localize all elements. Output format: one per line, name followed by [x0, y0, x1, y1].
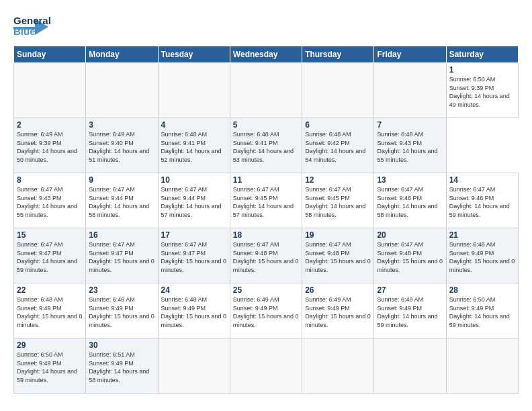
calendar-day-cell: 1Sunrise: 6:50 AMSunset: 9:39 PMDaylight… [446, 63, 518, 118]
calendar-week-row: 29Sunrise: 6:50 AMSunset: 9:49 PMDayligh… [14, 338, 519, 394]
calendar-body: 1Sunrise: 6:50 AMSunset: 9:39 PMDaylight… [14, 63, 519, 394]
day-info: Sunrise: 6:48 AMSunset: 9:49 PMDaylight:… [89, 295, 154, 329]
calendar-day-cell: 26Sunrise: 6:49 AMSunset: 9:49 PMDayligh… [302, 283, 374, 338]
day-info: Sunrise: 6:47 AMSunset: 9:48 PMDaylight:… [233, 240, 299, 274]
day-number: 15 [17, 230, 83, 240]
calendar-day-cell: 21Sunrise: 6:48 AMSunset: 9:49 PMDayligh… [446, 228, 518, 283]
day-info: Sunrise: 6:49 AMSunset: 9:49 PMDaylight:… [305, 295, 371, 329]
calendar-day-cell: 16Sunrise: 6:47 AMSunset: 9:47 PMDayligh… [86, 228, 158, 283]
day-info: Sunrise: 6:47 AMSunset: 9:48 PMDaylight:… [377, 240, 443, 274]
calendar-day-cell: 11Sunrise: 6:47 AMSunset: 9:45 PMDayligh… [230, 173, 302, 228]
day-number: 25 [233, 285, 299, 295]
calendar-day-cell: 12Sunrise: 6:47 AMSunset: 9:45 PMDayligh… [302, 173, 374, 228]
day-info: Sunrise: 6:48 AMSunset: 9:49 PMDaylight:… [161, 295, 227, 329]
days-of-week-row: SundayMondayTuesdayWednesdayThursdayFrid… [14, 46, 519, 63]
logo-general: General [13, 15, 51, 26]
day-number: 22 [17, 285, 83, 295]
day-info: Sunrise: 6:49 AMSunset: 9:49 PMDaylight:… [233, 295, 299, 329]
day-info: Sunrise: 6:47 AMSunset: 9:47 PMDaylight:… [89, 240, 154, 274]
day-info: Sunrise: 6:50 AMSunset: 9:39 PMDaylight:… [449, 75, 515, 109]
calendar-day-cell: 6Sunrise: 6:48 AMSunset: 9:42 PMDaylight… [302, 118, 374, 173]
calendar-day-cell: 10Sunrise: 6:47 AMSunset: 9:44 PMDayligh… [158, 173, 230, 228]
day-info: Sunrise: 6:48 AMSunset: 9:41 PMDaylight:… [233, 130, 299, 164]
day-number: 8 [17, 175, 83, 185]
day-of-week-header: Wednesday [230, 46, 302, 63]
calendar-day-cell: 5Sunrise: 6:48 AMSunset: 9:41 PMDaylight… [230, 118, 302, 173]
day-info: Sunrise: 6:47 AMSunset: 9:43 PMDaylight:… [17, 185, 83, 219]
calendar-week-row: 8Sunrise: 6:47 AMSunset: 9:43 PMDaylight… [14, 173, 519, 228]
calendar-day-cell: 3Sunrise: 6:49 AMSunset: 9:40 PMDaylight… [86, 118, 158, 173]
day-info: Sunrise: 6:47 AMSunset: 9:45 PMDaylight:… [305, 185, 371, 219]
day-info: Sunrise: 6:48 AMSunset: 9:43 PMDaylight:… [377, 130, 443, 164]
calendar-day-cell: 17Sunrise: 6:47 AMSunset: 9:47 PMDayligh… [158, 228, 230, 283]
day-number: 21 [449, 230, 515, 240]
calendar-day-cell: 14Sunrise: 6:47 AMSunset: 9:46 PMDayligh… [446, 173, 518, 228]
calendar-day-cell: 8Sunrise: 6:47 AMSunset: 9:43 PMDaylight… [14, 173, 86, 228]
calendar-day-cell: 13Sunrise: 6:47 AMSunset: 9:46 PMDayligh… [374, 173, 446, 228]
empty-cell [14, 63, 86, 118]
day-number: 3 [89, 120, 154, 130]
calendar-day-cell [230, 338, 302, 394]
calendar-day-cell: 7Sunrise: 6:48 AMSunset: 9:43 PMDaylight… [374, 118, 446, 173]
day-info: Sunrise: 6:49 AMSunset: 9:40 PMDaylight:… [89, 130, 154, 164]
day-number: 9 [89, 175, 154, 185]
calendar-day-cell: 15Sunrise: 6:47 AMSunset: 9:47 PMDayligh… [14, 228, 86, 283]
logo-blue: Blue [13, 26, 36, 37]
day-number: 10 [161, 175, 227, 185]
day-number: 6 [305, 120, 371, 130]
day-of-week-header: Thursday [302, 46, 374, 63]
day-info: Sunrise: 6:47 AMSunset: 9:44 PMDaylight:… [161, 185, 227, 219]
empty-cell [302, 63, 374, 118]
calendar-day-cell: 29Sunrise: 6:50 AMSunset: 9:49 PMDayligh… [14, 338, 86, 394]
calendar-day-cell: 28Sunrise: 6:50 AMSunset: 9:49 PMDayligh… [446, 283, 518, 338]
calendar-day-cell: 27Sunrise: 6:49 AMSunset: 9:49 PMDayligh… [374, 283, 446, 338]
calendar-day-cell: 25Sunrise: 6:49 AMSunset: 9:49 PMDayligh… [230, 283, 302, 338]
day-number: 7 [377, 120, 443, 130]
day-info: Sunrise: 6:47 AMSunset: 9:44 PMDaylight:… [89, 185, 154, 219]
calendar-day-cell: 20Sunrise: 6:47 AMSunset: 9:48 PMDayligh… [374, 228, 446, 283]
calendar-day-cell: 22Sunrise: 6:48 AMSunset: 9:49 PMDayligh… [14, 283, 86, 338]
logo: General Blue [13, 12, 48, 42]
day-info: Sunrise: 6:47 AMSunset: 9:47 PMDaylight:… [17, 240, 83, 274]
calendar-day-cell: 4Sunrise: 6:48 AMSunset: 9:41 PMDaylight… [158, 118, 230, 173]
calendar-page: General Blue SundayMondayTuesdayWednesda… [0, 0, 532, 411]
day-number: 11 [233, 175, 299, 185]
day-number: 2 [17, 120, 83, 130]
day-info: Sunrise: 6:47 AMSunset: 9:48 PMDaylight:… [305, 240, 371, 274]
day-of-week-header: Tuesday [158, 46, 230, 63]
calendar-day-cell [446, 338, 518, 394]
day-number: 16 [89, 230, 154, 240]
day-info: Sunrise: 6:47 AMSunset: 9:46 PMDaylight:… [377, 185, 443, 219]
day-number: 23 [89, 285, 154, 295]
day-number: 27 [377, 285, 443, 295]
calendar-day-cell: 24Sunrise: 6:48 AMSunset: 9:49 PMDayligh… [158, 283, 230, 338]
calendar-day-cell: 18Sunrise: 6:47 AMSunset: 9:48 PMDayligh… [230, 228, 302, 283]
day-number: 13 [377, 175, 443, 185]
day-number: 5 [233, 120, 299, 130]
day-info: Sunrise: 6:50 AMSunset: 9:49 PMDaylight:… [17, 351, 83, 384]
empty-cell [230, 63, 302, 118]
calendar-day-cell: 30Sunrise: 6:51 AMSunset: 9:49 PMDayligh… [86, 338, 158, 394]
calendar-day-cell: 19Sunrise: 6:47 AMSunset: 9:48 PMDayligh… [302, 228, 374, 283]
empty-cell [86, 63, 158, 118]
day-number: 1 [449, 65, 515, 75]
day-number: 26 [305, 285, 371, 295]
calendar-day-cell [374, 338, 446, 394]
day-info: Sunrise: 6:47 AMSunset: 9:46 PMDaylight:… [449, 185, 515, 219]
day-number: 24 [161, 285, 227, 295]
calendar-day-cell: 2Sunrise: 6:49 AMSunset: 9:39 PMDaylight… [14, 118, 86, 173]
day-info: Sunrise: 6:49 AMSunset: 9:49 PMDaylight:… [377, 295, 443, 329]
day-info: Sunrise: 6:49 AMSunset: 9:39 PMDaylight:… [17, 130, 83, 164]
day-of-week-header: Sunday [14, 46, 86, 63]
day-number: 17 [161, 230, 227, 240]
calendar-week-row: 2Sunrise: 6:49 AMSunset: 9:39 PMDaylight… [14, 118, 519, 173]
day-info: Sunrise: 6:47 AMSunset: 9:45 PMDaylight:… [233, 185, 299, 219]
calendar-day-cell: 23Sunrise: 6:48 AMSunset: 9:49 PMDayligh… [86, 283, 158, 338]
day-number: 12 [305, 175, 371, 185]
calendar-week-row: 22Sunrise: 6:48 AMSunset: 9:49 PMDayligh… [14, 283, 519, 338]
day-number: 28 [449, 285, 515, 295]
day-of-week-header: Monday [86, 46, 158, 63]
day-number: 18 [233, 230, 299, 240]
day-info: Sunrise: 6:48 AMSunset: 9:41 PMDaylight:… [161, 130, 227, 164]
calendar-day-cell [302, 338, 374, 394]
